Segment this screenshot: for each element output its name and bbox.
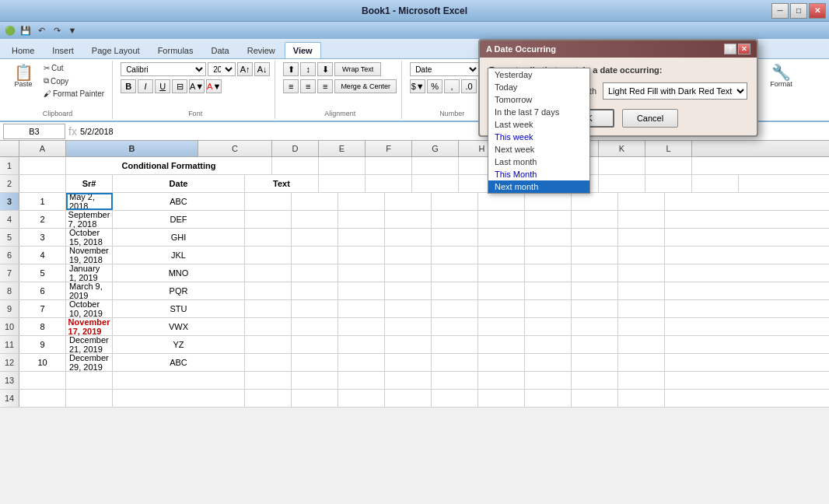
dialog-close-btn[interactable]: ✕ <box>738 44 750 54</box>
cell-extra-row7-11[interactable] <box>618 264 665 282</box>
cell-A12[interactable]: 10 <box>19 354 66 371</box>
row-header-4[interactable]: 4 <box>0 211 19 228</box>
cell-extra-row8-9[interactable] <box>525 282 572 299</box>
cell-extra-row7-9[interactable] <box>525 264 572 282</box>
cell-A10[interactable]: 8 <box>19 318 66 335</box>
cell-extra-10[interactable] <box>599 157 645 174</box>
format-painter-button[interactable]: 🖌 Format Painter <box>40 88 107 100</box>
cell-extra-row11-3[interactable] <box>245 336 292 353</box>
cell-extra-row12-7[interactable] <box>432 354 478 371</box>
row-header-6[interactable]: 6 <box>0 247 19 264</box>
cell-extra-row7-7[interactable] <box>432 264 478 282</box>
cell-extra-row13-6[interactable] <box>385 372 432 389</box>
cell-extra-row12-3[interactable] <box>245 354 292 371</box>
font-name-select[interactable]: Calibri <box>121 62 206 76</box>
row-header-7[interactable]: 7 <box>0 264 19 282</box>
percent-btn[interactable]: % <box>427 79 442 93</box>
cell-extra-row8-8[interactable] <box>478 282 525 299</box>
col-header-C[interactable]: C <box>198 141 272 156</box>
cell-C14[interactable] <box>113 390 245 407</box>
undo-quick-btn[interactable]: ↶ <box>34 23 48 37</box>
cell-B8[interactable]: March 9, 2019 <box>66 282 113 299</box>
bold-button[interactable]: B <box>121 79 136 93</box>
align-right-btn[interactable]: ≡ <box>317 79 333 93</box>
cell-A13[interactable] <box>19 372 66 389</box>
cell-C8[interactable]: PQR <box>113 282 245 299</box>
cell-extra-row11-7[interactable] <box>432 336 478 353</box>
header-cell-date[interactable]: Date <box>113 175 245 192</box>
cell-extra-row7-8[interactable] <box>478 264 525 282</box>
cell-extra-row5-5[interactable] <box>338 229 385 246</box>
comma-btn[interactable]: , <box>444 79 460 93</box>
align-bottom-btn[interactable]: ⬇ <box>317 62 333 76</box>
cell-extra-row6-7[interactable] <box>432 247 478 264</box>
currency-btn[interactable]: $▼ <box>410 79 425 93</box>
cell-extra-row4-4[interactable] <box>292 211 338 228</box>
cell-extra-row5-7[interactable] <box>432 229 478 246</box>
cell-extra-row12-4[interactable] <box>292 354 338 371</box>
row-header-13[interactable]: 13 <box>0 372 19 389</box>
format-style-dropdown[interactable]: Light Red Fill with Dark Red Text <box>603 82 747 100</box>
row-header-3[interactable]: 3 <box>0 193 19 210</box>
cell-extra-row12-10[interactable] <box>572 354 618 371</box>
cell-extra-row8-5[interactable] <box>338 282 385 299</box>
col-header-A[interactable]: A <box>19 141 66 156</box>
cell-extra-row13-4[interactable] <box>292 372 338 389</box>
cell-extra-row3-6[interactable] <box>385 193 432 210</box>
redo-quick-btn[interactable]: ↷ <box>50 23 64 37</box>
row-header-8[interactable]: 8 <box>0 282 19 299</box>
border-button[interactable]: ⊟ <box>172 79 187 93</box>
cell-extra-row5-8[interactable] <box>478 229 525 246</box>
cell-extra-row10-11[interactable] <box>618 318 665 335</box>
cell-extra-row4-11[interactable] <box>618 211 665 228</box>
cell-extra-row2-10[interactable] <box>599 175 645 192</box>
cell-extra-row6-6[interactable] <box>385 247 432 264</box>
dropdown-item-today[interactable]: Today <box>488 81 589 93</box>
cell-extra-row6-9[interactable] <box>525 247 572 264</box>
row-header-14[interactable]: 14 <box>0 390 19 407</box>
cell-extra-row2-5[interactable] <box>366 175 412 192</box>
cell-extra-row9-11[interactable] <box>618 300 665 317</box>
cell-B14[interactable] <box>66 390 113 407</box>
name-box[interactable] <box>3 124 65 139</box>
cell-extra-6[interactable] <box>412 157 459 174</box>
font-size-select[interactable]: 20 <box>208 62 236 76</box>
cell-extra-row13-5[interactable] <box>338 372 385 389</box>
cell-extra-row5-9[interactable] <box>525 229 572 246</box>
more-quick-btn[interactable]: ▼ <box>65 23 79 37</box>
col-header-B[interactable]: B <box>66 141 198 156</box>
cell-extra-row9-10[interactable] <box>572 300 618 317</box>
dropdown-item-lastmonth[interactable]: Last month <box>488 156 589 168</box>
cut-button[interactable]: ✂ Cut <box>40 62 107 74</box>
cell-A8[interactable]: 6 <box>19 282 66 299</box>
cell-extra-row14-6[interactable] <box>385 390 432 407</box>
cell-extra-row9-8[interactable] <box>478 300 525 317</box>
cell-extra-4[interactable] <box>319 157 366 174</box>
cell-extra-row8-6[interactable] <box>385 282 432 299</box>
cell-A4[interactable]: 2 <box>19 211 66 228</box>
cell-extra-row14-5[interactable] <box>338 390 385 407</box>
header-cell-text[interactable]: Text <box>245 175 319 192</box>
cell-extra-row13-8[interactable] <box>478 372 525 389</box>
cell-extra-row11-5[interactable] <box>338 336 385 353</box>
cell-C12[interactable]: ABC <box>113 354 245 371</box>
col-header-D[interactable]: D <box>272 141 319 156</box>
tab-page-layout[interactable]: Page Layout <box>83 42 149 58</box>
cell-extra-row6-11[interactable] <box>618 247 665 264</box>
cell-extra-row8-11[interactable] <box>618 282 665 299</box>
cell-extra-row7-3[interactable] <box>245 264 292 282</box>
cell-extra-row10-9[interactable] <box>525 318 572 335</box>
cell-extra-row13-10[interactable] <box>572 372 618 389</box>
cell-A7[interactable]: 5 <box>19 264 66 282</box>
format-button[interactable]: 🔧 Format <box>766 62 797 90</box>
cell-extra-row14-10[interactable] <box>572 390 618 407</box>
cell-B4[interactable]: September 7, 2018 <box>66 211 113 228</box>
cell-extra-row8-7[interactable] <box>432 282 478 299</box>
cell-extra-3[interactable] <box>272 157 319 174</box>
dropdown-item-thismonth[interactable]: This Month <box>488 168 589 180</box>
minimize-button[interactable]: ─ <box>771 3 789 19</box>
cell-extra-row12-8[interactable] <box>478 354 525 371</box>
cell-extra-row8-4[interactable] <box>292 282 338 299</box>
cell-extra-row10-5[interactable] <box>338 318 385 335</box>
cell-extra-row3-4[interactable] <box>292 193 338 210</box>
